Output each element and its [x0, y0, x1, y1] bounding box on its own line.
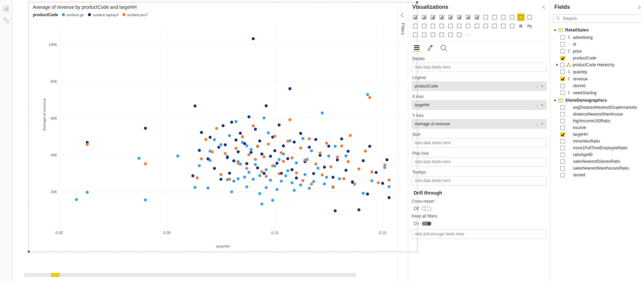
field-checkbox[interactable]: [560, 84, 565, 88]
field-checkbox[interactable]: [560, 146, 565, 150]
multi-card-icon[interactable]: [473, 22, 481, 30]
filled-map-icon[interactable]: [438, 22, 445, 30]
field-row[interactable]: highIncome150Ratio: [553, 118, 641, 124]
field-checkbox[interactable]: [560, 166, 565, 171]
tooltips-well[interactable]: Add data fields here: [412, 176, 547, 185]
treemap-icon[interactable]: [420, 22, 428, 30]
field-checkbox[interactable]: [560, 56, 565, 60]
chevron-down-icon[interactable]: ⌄: [535, 84, 538, 88]
chevron-down-icon[interactable]: ⌄: [535, 122, 538, 126]
field-checkbox[interactable]: [560, 42, 565, 47]
ribbon-icon[interactable]: [491, 14, 498, 21]
size-well[interactable]: Add data fields here: [412, 138, 547, 148]
report-view-icon[interactable]: [3, 6, 9, 11]
qa-icon[interactable]: [429, 31, 437, 39]
chevron-right-icon[interactable]: [637, 5, 640, 9]
field-checkbox[interactable]: [560, 132, 565, 137]
100-bar-icon[interactable]: [447, 14, 454, 21]
chevron-down-icon[interactable]: ⌄: [535, 103, 538, 107]
field-checkbox[interactable]: [560, 91, 565, 95]
funnel-icon[interactable]: [508, 14, 516, 21]
field-checkbox[interactable]: [560, 153, 565, 157]
field-row[interactable]: productCode: [553, 55, 641, 61]
area-icon[interactable]: [473, 14, 481, 21]
r-visual-icon[interactable]: R: [517, 22, 525, 30]
field-row[interactable]: more1FullTimeEmployeeRatio: [553, 145, 641, 151]
page-scroll-track[interactable]: [24, 273, 356, 277]
field-checkbox[interactable]: [560, 63, 565, 67]
kpi-icon[interactable]: [482, 22, 489, 30]
scatter-icon[interactable]: [517, 14, 525, 21]
analytics-tab-icon[interactable]: [440, 44, 447, 52]
format-tab-icon[interactable]: [427, 44, 434, 52]
pie-icon[interactable]: [526, 14, 533, 21]
field-row[interactable]: storeid: [553, 172, 641, 178]
report-canvas[interactable]: Average of revenue by productCode and la…: [12, 0, 398, 281]
remove-icon[interactable]: ✕: [540, 103, 544, 107]
field-row[interactable]: Σprice: [553, 48, 641, 55]
field-checkbox[interactable]: [560, 70, 565, 74]
field-checkbox[interactable]: [560, 77, 565, 81]
py-visual-icon[interactable]: Py: [526, 22, 533, 30]
field-checkbox[interactable]: [560, 35, 565, 40]
legend-item[interactable]: surface.laptop3: [88, 13, 118, 17]
field-row[interactable]: minoritiesRatio: [553, 138, 641, 145]
field-checkbox[interactable]: [560, 126, 565, 130]
table-header[interactable]: StoreDemographics: [553, 96, 641, 104]
paginated-icon[interactable]: [438, 31, 445, 39]
clustered-bar-icon[interactable]: [420, 14, 428, 21]
field-row[interactable]: salesNearestWarehousesRatio: [553, 165, 641, 172]
field-row[interactable]: Σadvertising: [553, 34, 641, 41]
arcgis-icon[interactable]: [447, 31, 454, 39]
legend-well[interactable]: productCode⌄✕: [412, 81, 547, 91]
clustered-column-icon[interactable]: [438, 14, 445, 21]
100-column-icon[interactable]: [456, 14, 463, 21]
stacked-column-icon[interactable]: [429, 14, 437, 21]
drillthrough-well[interactable]: Add drill-through fields here: [412, 229, 547, 239]
stacked-area-icon[interactable]: [482, 14, 489, 21]
remove-icon[interactable]: ✕: [540, 84, 544, 88]
keep-filters-toggle[interactable]: [422, 222, 431, 226]
slicer-icon[interactable]: [491, 22, 498, 30]
field-checkbox[interactable]: [560, 159, 565, 164]
details-well[interactable]: Add data fields here: [412, 62, 547, 72]
chevron-right-icon[interactable]: [543, 5, 546, 9]
table-icon[interactable]: [500, 22, 507, 30]
scatter-visual[interactable]: Average of revenue by productCode and la…: [29, 2, 417, 252]
more-visuals-icon[interactable]: ···: [464, 31, 472, 39]
field-row[interactable]: id: [553, 41, 641, 48]
cross-report-toggle[interactable]: [422, 207, 431, 211]
powerapps-icon[interactable]: [456, 31, 463, 39]
playaxis-well[interactable]: Add data fields here: [412, 157, 547, 167]
legend-item[interactable]: surface.go: [62, 13, 84, 17]
field-checkbox[interactable]: [560, 119, 565, 123]
map-icon[interactable]: [429, 22, 437, 30]
fields-search[interactable]: [553, 14, 641, 23]
field-checkbox[interactable]: [560, 112, 565, 117]
model-view-icon[interactable]: [3, 18, 9, 23]
field-checkbox[interactable]: [560, 139, 565, 144]
field-row[interactable]: avgDistanceNearest5Supermarkets: [553, 104, 641, 111]
field-row[interactable]: distanceNearestWarehouse: [553, 111, 641, 118]
field-row[interactable]: largeHH: [553, 131, 641, 138]
decomposition-icon[interactable]: [420, 31, 428, 39]
gauge-icon[interactable]: [456, 22, 463, 30]
visual-selection-frame[interactable]: Average of revenue by productCode and la…: [28, 2, 417, 252]
table-header[interactable]: RetailSales: [553, 26, 641, 34]
xaxis-well[interactable]: largeHH⌄✕: [412, 100, 547, 110]
field-checkbox[interactable]: [560, 49, 565, 53]
field-row[interactable]: Σquantity: [553, 68, 641, 75]
shape-map-icon[interactable]: [447, 22, 454, 30]
field-row[interactable]: storeId: [553, 82, 641, 89]
remove-icon[interactable]: ✕: [540, 122, 544, 126]
page-scroll-thumb[interactable]: [51, 273, 60, 277]
field-row[interactable]: productCode Hierarchy: [553, 61, 641, 68]
card-icon[interactable]: [464, 22, 472, 30]
matrix-icon[interactable]: [508, 22, 516, 30]
search-input[interactable]: [563, 16, 639, 21]
field-checkbox[interactable]: [560, 173, 565, 177]
field-row[interactable]: ratioAge60: [553, 151, 641, 158]
yaxis-well[interactable]: Average of revenue⌄✕: [412, 119, 547, 129]
field-row[interactable]: Σrevenue: [553, 75, 641, 82]
waterfall-icon[interactable]: [500, 14, 507, 21]
